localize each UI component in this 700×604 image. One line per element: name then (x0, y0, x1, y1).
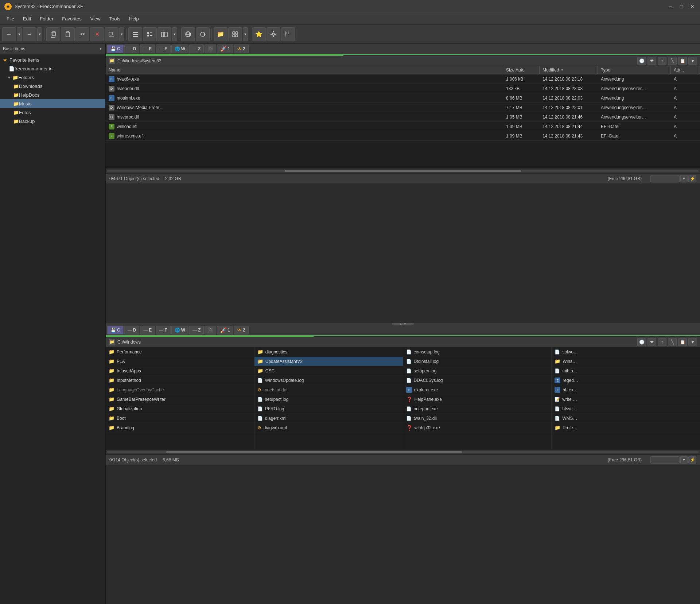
top-filter-input[interactable] (650, 175, 680, 182)
list-item[interactable]: 📝 write.… (552, 395, 700, 404)
bottom-drive-tab-z[interactable]: — Z (189, 326, 204, 334)
list-item[interactable]: 📄 diagerr.xml (254, 414, 403, 423)
grid-view-button[interactable] (228, 27, 242, 41)
bottom-drive-tab-e[interactable]: — E (140, 326, 155, 334)
pane-history-btn[interactable]: 🕐 (637, 57, 646, 65)
pane-bookmark-btn[interactable]: ❤ (648, 57, 656, 65)
table-row[interactable]: D hvloader.dll 132 kB 14.12.2018 08:23:0… (106, 84, 700, 93)
pane-up-btn[interactable]: ↑ (658, 338, 666, 346)
list-item[interactable]: 📄 mib.b… (552, 366, 700, 376)
menu-file[interactable]: File (3, 15, 18, 23)
bottom-hscroll[interactable] (106, 449, 700, 454)
list-item[interactable]: 📁 CSC (254, 366, 403, 376)
list-item[interactable]: 📁 UpdateAssistantV2 (254, 357, 403, 366)
col-name[interactable]: Name (106, 66, 503, 74)
paste-button[interactable] (61, 27, 75, 41)
menu-help[interactable]: Help (125, 15, 143, 23)
list-item[interactable]: 📁 LanguageOverlayCache (106, 385, 254, 395)
menu-tools[interactable]: Tools (106, 15, 124, 23)
table-row[interactable]: E hvax64.exe 1.006 kB 14.12.2018 08:23:1… (106, 74, 700, 84)
sidebar-item-fotos[interactable]: 📁 Fotos (0, 108, 105, 117)
pane-copy-btn[interactable]: 📋 (678, 57, 687, 65)
bottom-drive-tab-f[interactable]: — F (156, 326, 170, 334)
list-item[interactable]: 📄 setupact.log (254, 395, 403, 404)
detail-button[interactable] (143, 27, 157, 41)
sidebar-item-downloads[interactable]: 📁 Downloads (0, 82, 105, 90)
bottom-drive-tab-w[interactable]: 🌐 W (171, 326, 188, 334)
list-item[interactable]: 📁 Wins… (552, 357, 700, 366)
list-item[interactable]: 📁 GameBarPresenceWriter (106, 395, 254, 404)
sidebar-item-helpdocs[interactable]: 📁 HelpDocs (0, 90, 105, 99)
pane-root-btn[interactable]: ╲ (668, 57, 677, 65)
sync-button[interactable] (196, 27, 210, 41)
table-row[interactable]: D Windows.Media.Prote… 7,17 MB 14.12.201… (106, 103, 700, 112)
bottom-drive-tab-2[interactable]: 👁 2 (234, 326, 249, 334)
top-drive-tab-w[interactable]: 🌐 W (171, 44, 188, 53)
forward-button[interactable]: → (23, 27, 36, 41)
copy-button[interactable] (46, 27, 60, 41)
top-drive-tab-1[interactable]: 🚀 1 (217, 44, 233, 53)
list-item[interactable]: 📁 Profe… (552, 423, 700, 433)
top-drive-tab-e[interactable]: — E (140, 44, 155, 53)
top-drive-tab-2[interactable]: 👁 2 (234, 44, 249, 53)
sidebar-item-music[interactable]: 📁 Music (0, 99, 105, 108)
back-button[interactable]: ← (2, 27, 16, 41)
list-item[interactable]: 📁 diagnostics (254, 347, 403, 357)
back-dropdown[interactable]: ▼ (17, 27, 22, 41)
list-item[interactable]: 📁 Globalization (106, 404, 254, 414)
pane-root-btn[interactable]: ╲ (668, 338, 677, 346)
pane-up-btn[interactable]: ↑ (658, 57, 666, 65)
top-drive-tab-f[interactable]: — F (156, 44, 170, 53)
cut-button[interactable]: ✂ (75, 27, 89, 41)
list-item[interactable]: 📁 InputMethod (106, 376, 254, 385)
list-item[interactable]: 📁 Boot (106, 414, 254, 423)
list-item[interactable]: ⚙ moetstat.dat (254, 385, 403, 395)
favorites-button[interactable]: ⭐ (252, 27, 266, 41)
sidebar-item-freecommander-ini[interactable]: 📄 freecommander.ini (0, 64, 105, 73)
list-item[interactable]: 📄 splwo… (552, 347, 700, 357)
list-item[interactable]: E explorer.exe (403, 385, 552, 395)
col-modified[interactable]: Modified ▼ (540, 66, 598, 74)
top-filter-dropdown[interactable]: ▼ (680, 175, 688, 182)
bottom-drive-tab-1[interactable]: 🚀 1 (217, 326, 233, 334)
forward-dropdown[interactable]: ▼ (37, 27, 42, 41)
tools-button[interactable] (267, 27, 280, 41)
top-drive-tab-0[interactable]: 0 (205, 44, 216, 53)
maximize-button[interactable]: □ (678, 3, 685, 10)
bottom-drive-tab-d[interactable]: — D (124, 326, 140, 334)
bottom-lightning-btn[interactable]: ⚡ (688, 456, 696, 464)
list-item[interactable]: 📁 Performance (106, 347, 254, 357)
columns-dropdown[interactable]: ▼ (172, 27, 177, 41)
top-drive-tab-z[interactable]: — Z (189, 44, 204, 53)
list-item[interactable]: 📄 WMS… (552, 414, 700, 423)
list-item[interactable]: 📄 bfsvc.… (552, 404, 700, 414)
table-row[interactable]: E ntoskrnl.exe 8,66 MB 14.12.2018 08:22:… (106, 93, 700, 103)
menu-edit[interactable]: Edit (19, 15, 35, 23)
sidebar-dropdown-icon[interactable]: ▼ (99, 47, 102, 51)
list-item[interactable]: E hh.ex… (552, 385, 700, 395)
minimize-button[interactable]: ─ (667, 3, 674, 10)
pane-bookmark-btn[interactable]: ❤ (648, 338, 656, 346)
list-item[interactable]: 📄 twain_32.dll (403, 414, 552, 423)
pane-more-btn[interactable]: ▼ (688, 57, 697, 65)
list-item[interactable]: 📄 setuperr.log (403, 366, 552, 376)
list-item[interactable]: 📄 PFRO.log (254, 404, 403, 414)
top-drive-tab-d[interactable]: — D (124, 44, 140, 53)
list-item[interactable]: 📁 Branding (106, 423, 254, 433)
bottom-drive-tab-0[interactable]: 0 (205, 326, 216, 334)
network-button[interactable] (181, 27, 195, 41)
rename-dropdown[interactable]: ▼ (119, 27, 124, 41)
pane-more-btn[interactable]: ▼ (688, 338, 697, 346)
list-item[interactable]: 📄 notepad.exe (403, 404, 552, 414)
view-button[interactable] (128, 27, 142, 41)
pane-history-btn[interactable]: 🕐 (637, 338, 646, 346)
top-hscroll[interactable] (106, 168, 700, 173)
menu-view[interactable]: View (87, 15, 104, 23)
list-item[interactable]: 📄 WindowsUpdate.log (254, 376, 403, 385)
top-lightning-btn[interactable]: ⚡ (688, 175, 696, 182)
list-item[interactable]: 📁 PLA (106, 357, 254, 366)
list-item[interactable]: 📄 DDACLSys.log (403, 376, 552, 385)
list-item[interactable]: ⚙ diagwrn.xml (254, 423, 403, 433)
pane-copy-btn[interactable]: 📋 (678, 338, 687, 346)
list-item[interactable]: E reged… (552, 376, 700, 385)
